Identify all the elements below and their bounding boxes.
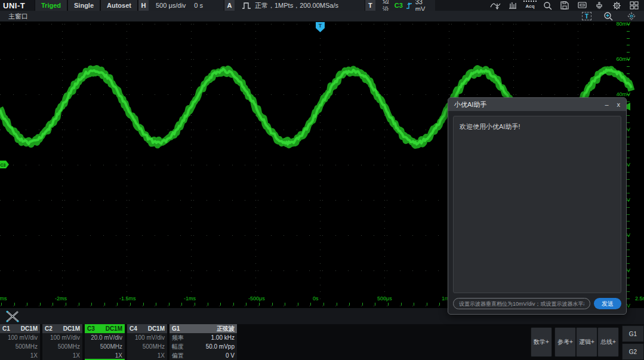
dialog-message-area: 欢迎使用小优AI助手! (453, 116, 621, 293)
channel-probe: 1X (0, 351, 40, 360)
acquire-section-label[interactable]: A (224, 0, 235, 11)
display-icon[interactable] (575, 1, 588, 10)
acq-icon[interactable]: Acq (523, 1, 537, 10)
channel-coupling: DC1M (148, 325, 165, 332)
ai-prompt-input[interactable] (453, 298, 590, 309)
g2-button[interactable]: G2 (622, 343, 644, 360)
logic-button[interactable]: 逻辑+ (576, 327, 597, 357)
generator-name: G1 (172, 325, 180, 332)
x-axis-tick-label: -2.5ms (0, 296, 7, 301)
generator-frequency-value: 1.00 kHz (211, 334, 235, 341)
generator-wave-type: 正弦波 (217, 325, 235, 333)
top-toolbar: UNI-T Triged Single Autoset H 500 μs/div… (0, 0, 644, 11)
y-axis-tick-label: 40mV (612, 91, 630, 97)
reference-button[interactable]: 参考+ (554, 327, 576, 357)
channel-probe: 1X (127, 351, 167, 360)
x-axis-tick-label: 2.5ms (635, 296, 644, 301)
minimize-button[interactable]: – (605, 101, 608, 108)
multi-window-icon[interactable] (627, 1, 640, 10)
window-title[interactable]: 主窗口 (0, 12, 28, 21)
svg-text:···: ··· (510, 1, 513, 4)
horizontal-settings[interactable]: 500 μs/div 0 s (149, 0, 224, 11)
send-button[interactable]: 发送 (594, 298, 621, 309)
generator-frequency-label: 频率 (172, 334, 184, 342)
channel-name: C1 (2, 325, 10, 332)
channel-name: C4 (130, 325, 137, 332)
x-axis-tick-label: 500μs (377, 296, 392, 301)
pulse-icon (242, 1, 251, 10)
save-icon[interactable] (558, 1, 571, 10)
trigger-settings[interactable]: 边沿 C3 33 mV (375, 0, 435, 11)
x-axis-tick-label: -1ms (184, 296, 196, 301)
text-label-icon[interactable]: T (582, 12, 591, 20)
force-trigger-icon[interactable] (489, 1, 502, 10)
generator-offset-value: 0 V (226, 352, 235, 359)
timebase-value[interactable]: 500 μs/div (156, 2, 186, 9)
rising-slope-icon (406, 1, 412, 10)
channel-c1-block[interactable]: C1DC1M 100 mV/div 500MHz 1X (0, 324, 40, 360)
zoom-in-icon[interactable] (602, 11, 615, 21)
channel-c4-block[interactable]: C4DC1M 100 mV/div 500MHz 1X (127, 324, 167, 360)
channel-bandwidth: 500MHz (42, 342, 82, 351)
xy-cursor-icon[interactable] (5, 309, 20, 324)
x-axis-tick-label: 0s (313, 296, 319, 301)
channel-scale: 100 mV/div (127, 333, 167, 342)
trigger-position-marker[interactable]: T (316, 22, 325, 33)
channel-scale: 100 mV/div (0, 333, 40, 342)
y-axis-tick-label: 60mV (612, 56, 630, 62)
x-axis-tick-label: -2ms (55, 296, 67, 301)
window-tab-bar: 主窗口 T (0, 11, 644, 22)
channel-bandwidth: 500MHz (85, 342, 125, 351)
y-axis-tick-label: 80mV (612, 22, 630, 27)
welcome-message: 欢迎使用小优AI助手! (460, 123, 520, 130)
ai-assistant-dialog: 小优AI助手 – x 欢迎使用小优AI助手! 发送 (448, 97, 627, 315)
channel-c2-block[interactable]: C2DC1M 100 mV/div 500MHz 1X (42, 324, 82, 360)
generator-offset-label: 偏置 (172, 352, 184, 360)
channel-bandwidth: 500MHz (0, 342, 40, 351)
trigger-section-label[interactable]: T (365, 0, 375, 11)
trigger-source[interactable]: C3 (395, 2, 403, 9)
acquire-settings[interactable]: 正常，1MPts，200.00MSa/s (235, 0, 365, 11)
channel-coupling: DC1M (63, 325, 80, 332)
x-axis-tick-label: -500μs (248, 296, 265, 301)
channel-name: C3 (87, 325, 95, 332)
search-icon[interactable] (541, 1, 554, 10)
autoset-button[interactable]: Autoset (100, 0, 138, 11)
display-setup-icon[interactable] (625, 11, 638, 21)
channel-c3-block[interactable]: C3DC1M 20.0 mV/div 500MHz 1X (85, 324, 125, 360)
dialog-title: 小优AI助手 (454, 100, 486, 109)
generator-amplitude-label: 幅度 (172, 343, 184, 351)
generator-g1-block[interactable]: G1正弦波 频率1.00 kHz 幅度50.0 mVpp 偏置0 V (170, 324, 237, 360)
acquire-info[interactable]: 正常，1MPts，200.00MSa/s (255, 1, 338, 10)
channel-scale: 100 mV/div (42, 333, 82, 342)
math-button[interactable]: 数学+ (531, 327, 552, 357)
clear-icon[interactable] (593, 1, 606, 10)
channel-bandwidth: 500MHz (127, 342, 167, 351)
channel-coupling: DC1M (106, 325, 122, 332)
toolbar-icons: ··· Acq (489, 0, 644, 11)
channel-c3-ground-marker[interactable]: C3 (0, 161, 10, 168)
g1-button[interactable]: G1 (622, 325, 644, 342)
trigger-status-button[interactable]: Triged (35, 0, 67, 11)
channel-scale: 20.0 mV/div (85, 333, 125, 342)
trigger-flag-letter: T (319, 23, 322, 29)
counter-icon[interactable]: ··· (506, 1, 519, 10)
x-axis-tick-label: -1.5ms (119, 296, 136, 301)
bus-button[interactable]: 总线+ (597, 327, 619, 357)
brand-logo: UNI-T (0, 0, 35, 11)
horizontal-offset-value[interactable]: 0 s (194, 2, 203, 9)
generator-amplitude-value: 50.0 mVpp (206, 343, 235, 350)
channel-name: C2 (45, 325, 53, 332)
horizontal-section-label[interactable]: H (138, 0, 149, 11)
channel-probe: 1X (42, 351, 82, 360)
channel-status-bar: C1DC1M 100 mV/div 500MHz 1X C2DC1M 100 m… (0, 324, 644, 360)
dialog-titlebar[interactable]: 小优AI助手 – x (448, 98, 626, 111)
dialog-input-row: 发送 (453, 298, 621, 309)
single-button[interactable]: Single (67, 0, 100, 11)
channel-coupling: DC1M (21, 325, 38, 332)
close-button[interactable]: x (617, 101, 621, 108)
settings-icon[interactable] (610, 1, 623, 10)
channel-tag-label: C3 (1, 163, 6, 167)
